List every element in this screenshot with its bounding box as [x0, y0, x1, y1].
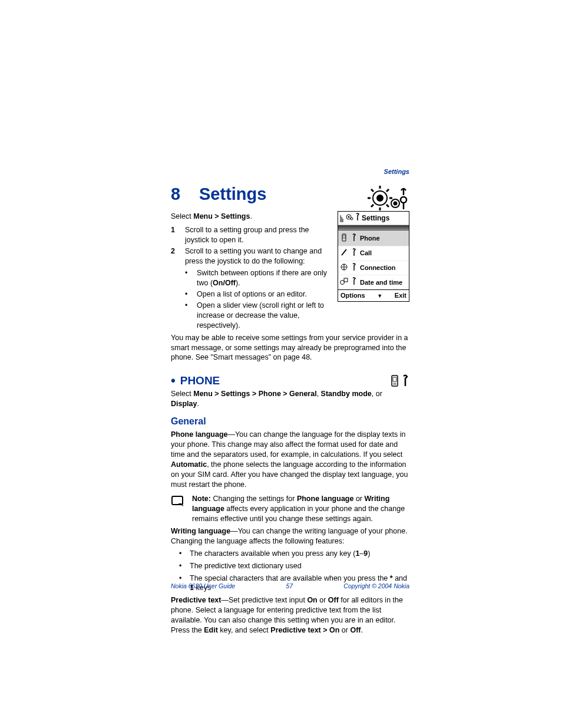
wrench-icon [350, 248, 358, 259]
svg-line-7 [386, 205, 389, 207]
svg-point-29 [394, 383, 395, 383]
svg-rect-34 [172, 496, 183, 505]
wrench-icon [350, 277, 358, 288]
svg-point-31 [393, 384, 394, 384]
page-number: 57 [286, 582, 293, 589]
phone-language-para: Phone language—You can change the langua… [171, 430, 409, 489]
general-heading: General [171, 415, 409, 428]
intro-after-paragraph: You may be able to receive some settings… [171, 333, 409, 363]
pen-icon [340, 248, 348, 259]
chapter-number: 8 [171, 185, 199, 204]
softkey-left: Options [340, 291, 365, 300]
screenshot-row-datetime: Date and time [338, 275, 409, 289]
svg-line-9 [386, 189, 389, 192]
svg-point-13 [401, 197, 406, 203]
phone-wrench-icon [389, 374, 409, 387]
svg-point-20 [351, 218, 353, 220]
screenshot-row-call: Call [338, 246, 409, 261]
screenshot-row-phone: Phone [338, 231, 409, 246]
chapter-title-text: Settings [199, 185, 266, 203]
phone-screenshot: Settings Phone Call [338, 211, 409, 302]
sub-bullet-item: • Open a list of options or an editor. [171, 289, 329, 299]
svg-point-28 [393, 383, 394, 383]
step-2: 2 Scroll to a setting you want to change… [171, 246, 329, 266]
phone-select-path: Select Menu > Settings > Phone > General… [171, 389, 409, 409]
softkey-right: Exit [395, 291, 406, 300]
note-block: Note: Changing the settings for Phone la… [171, 494, 409, 524]
footer-right: Copyright © 2004 Nokia [343, 582, 409, 589]
body-content: Select Menu > Settings. 1 Scroll to a se… [171, 211, 409, 635]
bullet-item: • The predictive text dictionary used [171, 561, 409, 571]
numbered-steps: 1 Scroll to a setting group and press th… [171, 225, 329, 266]
down-arrow-icon: ▼ [377, 292, 382, 299]
svg-line-6 [371, 189, 373, 192]
sub-bullet-item: • Switch between options if there are on… [171, 268, 329, 288]
signal-icon [340, 214, 343, 222]
screenshot-gradient-bar [338, 225, 409, 231]
wrench-small-icon [355, 213, 360, 223]
footer-left: Nokia 6620 User Guide [171, 582, 235, 589]
select-menu-path: Select Menu > Settings. [171, 212, 329, 222]
sub-bullet-item: • Open a slider view (scroll right or le… [171, 301, 329, 331]
phone-icon [340, 233, 348, 244]
svg-point-30 [395, 383, 396, 383]
svg-point-1 [377, 195, 383, 201]
svg-line-8 [371, 205, 373, 207]
predictive-text-para: Predictive text—Set predictive text inpu… [171, 595, 409, 635]
svg-point-19 [348, 216, 350, 218]
writing-language-para: Writing language—You can change the writ… [171, 526, 409, 546]
wrench-icon [350, 233, 358, 244]
page-footer: Nokia 6620 User Guide 57 Copyright © 200… [171, 582, 409, 589]
running-header: Settings [384, 168, 409, 175]
globe-icon [340, 263, 348, 274]
screenshot-softkeys: Options ▼ Exit [338, 289, 409, 301]
page-content: Settings [171, 168, 409, 635]
svg-rect-25 [344, 278, 348, 282]
note-icon [171, 495, 186, 511]
screenshot-row-connection: Connection [338, 261, 409, 275]
settings-gear-icon [366, 186, 409, 210]
screenshot-titlebar: Settings [338, 212, 409, 225]
step-1: 1 Scroll to a setting group and press th… [171, 225, 329, 245]
svg-rect-27 [393, 377, 396, 381]
phone-section-heading: • PHONE [171, 373, 409, 388]
svg-point-32 [394, 384, 395, 384]
gear-small-icon [345, 213, 353, 223]
bullet-icon: • [171, 374, 176, 387]
bullet-item: • The characters available when you pres… [171, 549, 409, 559]
wrench-icon [350, 263, 358, 274]
svg-point-33 [395, 384, 396, 384]
sub-bullets: • Switch between options if there are on… [171, 268, 329, 330]
svg-point-24 [340, 281, 345, 285]
svg-rect-22 [343, 235, 345, 238]
screenshot-title: Settings [362, 213, 389, 223]
clock-calendar-icon [340, 277, 348, 288]
svg-point-11 [394, 202, 397, 205]
